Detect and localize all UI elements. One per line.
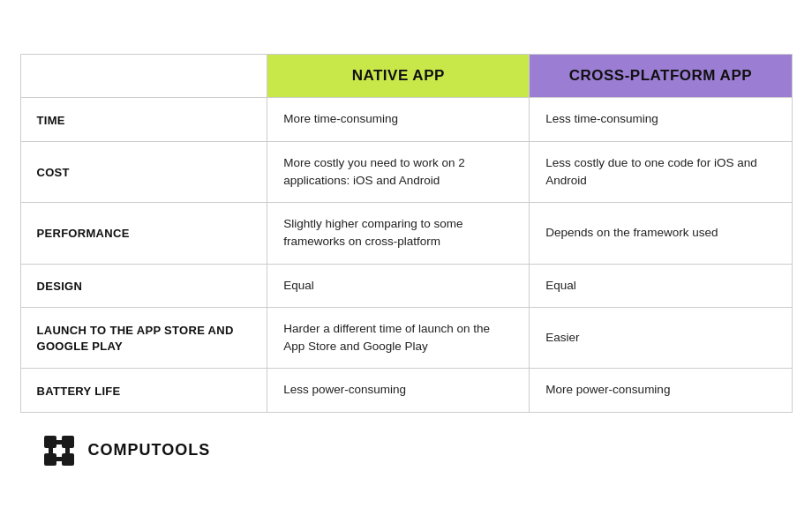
row-native-cell: More costly you need to work on 2 applic… [267,141,530,203]
row-native-text: More time-consuming [283,112,398,125]
row-label-text: COST [37,166,70,179]
row-native-cell: More time-consuming [267,98,530,141]
row-native-cell: Harder a different time of launch on the… [267,307,530,369]
header-label-cell [20,55,267,98]
table-row: BATTERY LIFELess power-consumingMore pow… [20,369,792,412]
svg-rect-5 [49,445,53,456]
table-row: LAUNCH TO THE APP STORE AND GOOGLE PLAYH… [20,307,792,369]
row-cross-cell: Equal [530,264,792,307]
table-row: PERFORMANCESlightly higher comparing to … [20,203,792,265]
header-native-cell: NATIVE APP [267,55,530,98]
brand-name: COMPUTOOLS [88,441,211,459]
svg-rect-6 [65,445,70,456]
row-label-text: LAUNCH TO THE APP STORE AND GOOGLE PLAY [37,324,234,353]
native-app-header: NATIVE APP [352,67,445,84]
row-label-text: PERFORMANCE [37,227,130,240]
row-cross-text: Less time-consuming [545,112,658,125]
table-row: TIMEMore time-consumingLess time-consumi… [20,98,792,141]
row-native-text: Harder a different time of launch on the… [283,322,490,353]
row-native-text: More costly you need to work on 2 applic… [283,156,465,187]
row-native-text: Equal [283,279,314,292]
row-cross-cell: Easier [530,307,792,369]
row-label-cell: LAUNCH TO THE APP STORE AND GOOGLE PLAY [20,307,267,369]
table-row: DESIGNEqualEqual [20,264,792,307]
cross-platform-header: CROSS-PLATFORM APP [569,67,752,84]
row-label-cell: BATTERY LIFE [20,369,267,412]
comparison-table: NATIVE APP CROSS-PLATFORM APP TIMEMore t… [20,54,793,412]
row-label-cell: TIME [20,98,267,141]
row-native-text: Less power-consuming [283,383,406,396]
row-label-text: BATTERY LIFE [37,385,121,398]
table-row: COSTMore costly you need to work on 2 ap… [20,141,792,203]
row-label-cell: DESIGN [20,264,267,307]
row-native-cell: Less power-consuming [267,369,530,412]
row-native-cell: Equal [267,264,530,307]
row-cross-text: Equal [545,279,576,292]
row-label-text: DESIGN [37,280,83,293]
main-container: NATIVE APP CROSS-PLATFORM APP TIMEMore t… [20,54,793,468]
header-cross-cell: CROSS-PLATFORM APP [530,55,792,98]
footer: COMPUTOOLS [41,432,793,469]
row-native-text: Slightly higher comparing to some framew… [283,217,462,248]
svg-rect-7 [54,457,64,461]
row-label-text: TIME [37,114,65,127]
svg-rect-4 [54,440,64,445]
row-cross-text: Easier [545,331,579,344]
row-cross-cell: More power-consuming [530,369,792,412]
computools-logo-icon [41,432,78,469]
row-label-cell: COST [20,141,267,203]
row-native-cell: Slightly higher comparing to some framew… [267,203,530,265]
row-cross-text: Depends on the framework used [545,226,718,239]
row-label-cell: PERFORMANCE [20,203,267,265]
row-cross-cell: Depends on the framework used [530,203,792,265]
row-cross-cell: Less time-consuming [530,98,792,141]
row-cross-text: Less costly due to one code for iOS and … [545,156,756,187]
row-cross-text: More power-consuming [545,383,670,396]
row-cross-cell: Less costly due to one code for iOS and … [530,141,792,203]
